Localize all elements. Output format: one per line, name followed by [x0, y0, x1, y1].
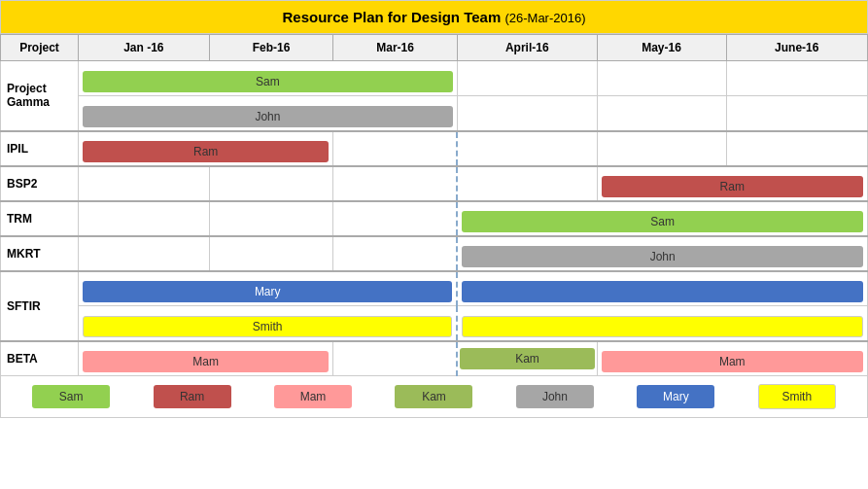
legend-box-sam: Sam [32, 385, 110, 408]
title-bar: Resource Plan for Design Team (26-Mar-20… [0, 0, 868, 34]
table-row: IPIL Ram [1, 131, 868, 166]
bar-gamma-sam: Sam [83, 71, 453, 92]
bar-beta-mam-left: Mam [83, 351, 329, 372]
legend-box-mam: Mam [274, 385, 352, 408]
project-sftir-label: SFTIR [1, 271, 79, 341]
table-row: BSP2 Ram [1, 166, 868, 201]
bar-sftir-mary-right [462, 281, 863, 302]
legend-item-kam: Kam [395, 385, 472, 408]
beta-mam-bar-cell-left: Mam [79, 341, 333, 376]
col-header-project: Project [1, 35, 79, 61]
bar-ipil-ram: Ram [83, 141, 329, 162]
bar-sftir-smith-left: Smith [83, 316, 452, 337]
legend-item-john: John [516, 385, 594, 408]
col-header-apr: April-16 [457, 35, 597, 61]
ipil-ram-bar-cell: Ram [79, 131, 333, 166]
sftir-smith-bar-cell-right [457, 306, 867, 341]
project-trm-label: TRM [1, 201, 79, 236]
bsp2-apr [457, 166, 597, 201]
legend-item-sam: Sam [32, 385, 110, 408]
table-row: John [1, 96, 868, 131]
bsp2-jan [79, 166, 210, 201]
ipil-mar [333, 131, 458, 166]
gamma-sam-apr [457, 61, 597, 96]
legend-box-smith: Smith [758, 384, 836, 409]
col-header-jun: June-16 [726, 35, 868, 61]
legend-item-mary: Mary [637, 385, 714, 408]
bar-beta-kam: Kam [460, 348, 594, 369]
table-row: ProjectGamma Sam [1, 61, 868, 96]
gamma-sam-may [597, 61, 726, 96]
bar-trm-sam: Sam [462, 211, 863, 232]
ipil-apr [457, 131, 597, 166]
legend-item-ram: Ram [154, 385, 231, 408]
trm-mar [333, 201, 458, 236]
project-mkrt-label: MKRT [1, 236, 79, 271]
table-row: SFTIR Mary [1, 271, 868, 306]
beta-kam-bar-cell: Kam [457, 341, 597, 376]
col-header-jan: Jan -16 [79, 35, 210, 61]
title-main: Resource Plan for Design Team [282, 9, 501, 25]
project-beta-label: BETA [1, 341, 79, 376]
col-header-feb: Feb-16 [209, 35, 333, 61]
bar-bsp2-ram: Ram [602, 176, 863, 197]
bsp2-feb [209, 166, 333, 201]
bar-sftir-mary-left: Mary [83, 281, 452, 302]
project-ipil-label: IPIL [1, 131, 79, 166]
bar-gamma-john: John [83, 106, 453, 127]
trm-jan [79, 201, 210, 236]
sftir-mary-bar-cell-left: Mary [79, 271, 458, 306]
gamma-sam-jun [726, 61, 868, 96]
table-row: Smith [1, 306, 868, 341]
beta-mar-cell [333, 341, 458, 376]
table-row: MKRT John [1, 236, 868, 271]
legend-item-mam: Mam [274, 385, 352, 408]
gamma-john-may [597, 96, 726, 131]
bar-mkrt-john: John [462, 246, 863, 267]
ipil-jun [726, 131, 868, 166]
bsp2-mar [333, 166, 458, 201]
legend-box-kam: Kam [395, 385, 472, 408]
bar-beta-mam-right: Mam [602, 351, 863, 372]
legend-row: Sam Ram Mam Kam John Mary Smith [0, 376, 868, 418]
legend-box-ram: Ram [154, 385, 231, 408]
legend-box-mary: Mary [637, 385, 714, 408]
legend-item-smith: Smith [758, 384, 836, 409]
title-date: (26-Mar-2016) [504, 11, 585, 25]
project-bsp2-label: BSP2 [1, 166, 79, 201]
legend-box-john: John [516, 385, 594, 408]
mkrt-john-bar-cell: John [457, 236, 867, 271]
trm-sam-bar-cell: Sam [457, 201, 867, 236]
project-gamma-label: ProjectGamma [1, 61, 79, 131]
trm-feb [209, 201, 333, 236]
gamma-john-jun [726, 96, 868, 131]
table-row: TRM Sam [1, 201, 868, 236]
col-header-mar: Mar-16 [333, 35, 458, 61]
mkrt-feb [209, 236, 333, 271]
sftir-mary-bar-cell-right [457, 271, 867, 306]
gamma-john-apr [457, 96, 597, 131]
ipil-may [597, 131, 726, 166]
beta-mam-bar-cell-right: Mam [597, 341, 867, 376]
gamma-john-bar-cell: John [79, 96, 458, 131]
mkrt-mar [333, 236, 458, 271]
gamma-sam-bar-cell: Sam [79, 61, 458, 96]
gantt-table: Project Jan -16 Feb-16 Mar-16 April-16 M… [0, 34, 868, 376]
header-row: Project Jan -16 Feb-16 Mar-16 April-16 M… [1, 35, 868, 61]
mkrt-jan [79, 236, 210, 271]
bsp2-ram-bar-cell: Ram [597, 166, 867, 201]
table-row: BETA Mam Kam Mam [1, 341, 868, 376]
bar-sftir-smith-right [462, 316, 863, 337]
sftir-smith-bar-cell-left: Smith [79, 306, 458, 341]
col-header-may: May-16 [597, 35, 726, 61]
